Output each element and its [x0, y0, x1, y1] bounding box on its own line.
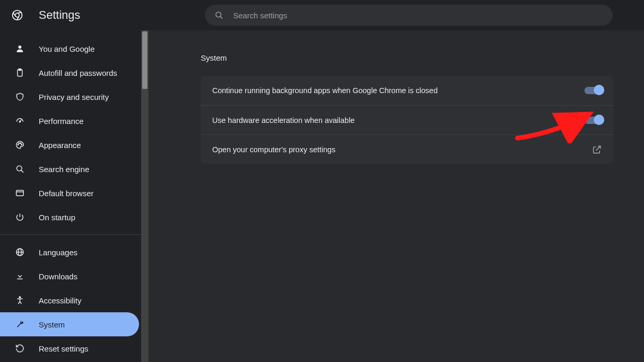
sidebar-item-label: Downloads [39, 272, 77, 281]
wrench-icon [15, 319, 25, 330]
sidebar-item-label: On startup [39, 213, 75, 222]
palette-icon [15, 140, 25, 150]
sidebar-item-label: Languages [39, 248, 77, 257]
svg-point-13 [17, 166, 22, 171]
power-icon [15, 212, 25, 222]
sidebar-scrollbar-track[interactable] [141, 30, 148, 362]
person-icon [15, 43, 25, 54]
svg-point-10 [19, 143, 20, 144]
sidebar-item-on-startup[interactable]: On startup [0, 205, 139, 229]
search-input[interactable] [233, 11, 603, 20]
svg-point-4 [18, 46, 21, 49]
row-label: Open your computer's proxy settings [212, 145, 336, 154]
download-icon [15, 271, 25, 281]
row-label: Continue running background apps when Go… [212, 86, 438, 95]
settings-sidebar: You and Google Autofill and passwords Pr… [0, 30, 148, 362]
sidebar-item-appearance[interactable]: Appearance [0, 133, 139, 157]
clipboard-icon [15, 67, 25, 78]
toggle-knob [594, 85, 604, 95]
row-label: Use hardware acceleration when available [212, 116, 354, 125]
svg-point-21 [19, 297, 21, 298]
speedometer-icon [15, 116, 25, 126]
search-icon [15, 164, 25, 174]
page-title: Settings [39, 8, 80, 22]
svg-point-8 [19, 121, 20, 122]
sidebar-item-reset[interactable]: Reset settings [0, 336, 139, 360]
row-hardware-acceleration[interactable]: Use hardware acceleration when available [201, 105, 614, 134]
sidebar-item-you-and-google[interactable]: You and Google [0, 37, 139, 61]
sidebar-item-label: Accessibility [39, 296, 82, 305]
toggle-hardware-acceleration[interactable] [584, 117, 602, 124]
sidebar-item-label: Search engine [39, 165, 89, 174]
svg-line-3 [220, 16, 222, 18]
svg-point-2 [216, 12, 221, 17]
sidebar-item-search-engine[interactable]: Search engine [0, 157, 139, 181]
sidebar-item-label: Reset settings [39, 344, 88, 353]
row-proxy-settings[interactable]: Open your computer's proxy settings [201, 134, 614, 164]
svg-rect-20 [17, 279, 23, 280]
sidebar-item-privacy[interactable]: Privacy and security [0, 85, 139, 109]
svg-rect-15 [16, 190, 24, 196]
browser-window-icon [15, 188, 25, 198]
svg-point-12 [21, 144, 22, 145]
sidebar-item-label: Performance [39, 117, 84, 126]
sidebar-item-label: Default browser [39, 189, 94, 198]
sidebar-item-label: Privacy and security [39, 93, 109, 101]
accessibility-icon [15, 295, 25, 306]
sidebar-item-performance[interactable]: Performance [0, 109, 139, 133]
svg-point-11 [20, 143, 21, 144]
shield-icon [15, 92, 25, 102]
svg-rect-6 [19, 69, 21, 71]
globe-icon [15, 247, 25, 257]
sidebar-item-label: System [39, 320, 65, 329]
sidebar-item-downloads[interactable]: Downloads [0, 264, 139, 288]
sidebar-item-system[interactable]: System [0, 312, 139, 336]
sidebar-item-label: You and Google [39, 44, 95, 53]
svg-line-14 [21, 170, 23, 172]
sidebar-item-autofill[interactable]: Autofill and passwords [0, 61, 139, 85]
sidebar-divider [0, 234, 148, 235]
sidebar-item-languages[interactable]: Languages [0, 240, 139, 264]
sidebar-item-label: Appearance [39, 141, 81, 150]
section-title: System [201, 53, 614, 62]
sidebar-scrollbar-thumb[interactable] [142, 31, 147, 89]
row-background-apps[interactable]: Continue running background apps when Go… [201, 76, 614, 105]
sidebar-item-default-browser[interactable]: Default browser [0, 181, 139, 205]
svg-point-9 [18, 144, 19, 145]
app-header: Settings [0, 0, 644, 30]
system-settings-card: Continue running background apps when Go… [201, 76, 614, 164]
toggle-knob [594, 115, 604, 125]
sidebar-item-label: Autofill and passwords [39, 69, 117, 77]
sidebar-item-accessibility[interactable]: Accessibility [0, 288, 139, 312]
main-content: System Continue running background apps … [148, 30, 644, 362]
search-settings-field[interactable] [205, 5, 613, 26]
open-external-icon [592, 144, 602, 155]
chrome-logo-icon [12, 9, 23, 21]
search-icon [214, 10, 224, 20]
toggle-background-apps[interactable] [584, 87, 602, 94]
restore-icon [15, 343, 25, 354]
